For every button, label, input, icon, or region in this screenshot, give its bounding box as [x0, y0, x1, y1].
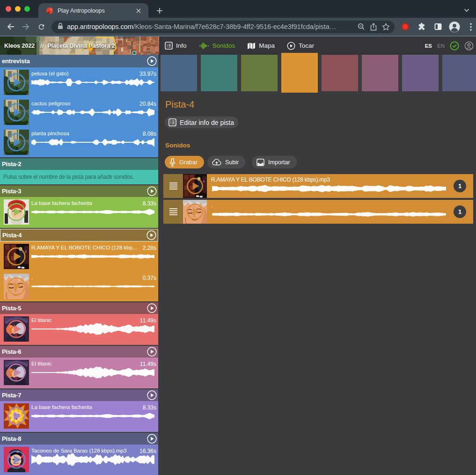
- track-header-entrevista[interactable]: entrevista: [0, 55, 158, 67]
- track-swatch-2[interactable]: [201, 55, 237, 91]
- zoom-out-icon[interactable]: [355, 21, 367, 33]
- track-play-icon[interactable]: [147, 347, 157, 357]
- sound-waveform[interactable]: [31, 136, 154, 149]
- sound-thumbnail[interactable]: [4, 316, 29, 342]
- sound-thumbnail[interactable]: [4, 100, 29, 125]
- sound-item[interactable]: .0.37s: [0, 271, 158, 301]
- sound-waveform[interactable]: [212, 182, 446, 195]
- track-play-icon[interactable]: [147, 186, 157, 196]
- sound-waveform[interactable]: [31, 366, 154, 379]
- nav-item-info[interactable]: Info: [165, 42, 187, 50]
- track-swatch-4[interactable]: [281, 53, 318, 93]
- sync-check-icon[interactable]: [450, 41, 459, 51]
- sound-thumbnail[interactable]: [4, 403, 29, 429]
- track-play-icon[interactable]: [147, 56, 157, 66]
- bookmark-star-icon[interactable]: [380, 21, 392, 33]
- tracks-sidebar: entrevistapelusa (el gato)33.97scactus p…: [0, 55, 158, 475]
- sound-item[interactable]: Taconeo de Sara Baras (128 kbps).mp316.3…: [0, 445, 158, 475]
- map-photo-banner[interactable]: Kleos 2022 // Placeta Divina Pastora 2: [0, 37, 159, 55]
- tab-search-chevron-icon[interactable]: [461, 5, 472, 16]
- zoom-window-button[interactable]: [24, 6, 30, 12]
- lock-icon[interactable]: [58, 22, 63, 31]
- browser-tab[interactable]: Play Antropoloops: [38, 3, 148, 18]
- new-tab-button[interactable]: [153, 4, 166, 17]
- minimize-window-button[interactable]: [15, 6, 21, 12]
- track-swatch-5[interactable]: [322, 55, 358, 91]
- track-play-icon[interactable]: [147, 390, 157, 400]
- track-swatch-7[interactable]: [402, 55, 439, 91]
- track-header-pista-8[interactable]: Pista-8: [0, 433, 158, 445]
- drag-handle-icon[interactable]: [163, 174, 183, 198]
- track-swatch-3[interactable]: [241, 55, 278, 91]
- sound-waveform[interactable]: [31, 106, 154, 119]
- sound-waveform[interactable]: [31, 409, 154, 423]
- address-bar[interactable]: app.antropoloops.com/Kleos-Santa-Marina/…: [51, 21, 395, 33]
- track-swatch-8[interactable]: [442, 55, 476, 91]
- sound-thumbnail[interactable]: [4, 447, 29, 472]
- sound-waveform[interactable]: [31, 76, 154, 89]
- share-icon[interactable]: [367, 21, 380, 33]
- sound-waveform[interactable]: [212, 208, 446, 221]
- sound-thumbnail[interactable]: [183, 200, 207, 224]
- upload-button[interactable]: Subir: [207, 156, 245, 168]
- sound-item[interactable]: La base fachera facherita8.33s: [0, 197, 158, 227]
- sound-item[interactable]: El titanic11.49s: [0, 314, 158, 344]
- import-button[interactable]: Importar: [252, 156, 297, 168]
- close-window-button[interactable]: [6, 6, 11, 12]
- track-play-icon[interactable]: [147, 434, 157, 444]
- sound-thumbnail[interactable]: [4, 244, 29, 269]
- sound-thumbnail[interactable]: [4, 360, 29, 385]
- nav-item-mapa[interactable]: Mapa: [247, 42, 275, 50]
- breadcrumb-project[interactable]: Kleos 2022: [4, 43, 35, 49]
- track-header-pista-5[interactable]: Pista-5: [0, 302, 158, 314]
- record-button[interactable]: Grabar: [165, 156, 204, 168]
- track-header-pista-6[interactable]: Pista-6: [0, 346, 158, 358]
- tab-close-icon[interactable]: [134, 7, 143, 15]
- sound-item[interactable]: R.AMAYA Y EL BOBOTE CHICO (128 kbps)....…: [0, 241, 158, 271]
- nav-item-tocar[interactable]: Tocar: [287, 42, 314, 50]
- account-icon[interactable]: [464, 41, 474, 51]
- nav-item-sonidos[interactable]: Sonidos: [199, 42, 235, 50]
- sound-item[interactable]: El titanic11.49s: [0, 358, 158, 387]
- side-panel-icon[interactable]: [432, 21, 444, 32]
- track-header-pista-4[interactable]: Pista-4: [0, 229, 158, 241]
- edit-track-info-button[interactable]: Editar info de pista: [165, 117, 238, 128]
- extensions-puzzle-icon[interactable]: [416, 21, 427, 32]
- sound-row[interactable]: R.AMAYA Y EL BOBOTE CHICO (128 kbps).mp3…: [163, 174, 473, 198]
- sound-row[interactable]: .1: [163, 200, 473, 224]
- sound-waveform[interactable]: [31, 205, 154, 219]
- track-header-pista-7[interactable]: Pista-7: [0, 389, 158, 401]
- forward-button[interactable]: [19, 20, 33, 34]
- sound-waveform[interactable]: [31, 322, 154, 336]
- track-play-icon[interactable]: [146, 230, 156, 240]
- sound-thumbnail[interactable]: [183, 174, 207, 198]
- sound-thumbnail[interactable]: [4, 199, 29, 225]
- track-swatch-6[interactable]: [362, 55, 398, 91]
- track-header-pista-2[interactable]: Pista-2: [0, 158, 158, 170]
- track-play-icon[interactable]: [147, 303, 157, 313]
- sound-waveform[interactable]: [31, 280, 154, 293]
- sound-waveform[interactable]: [31, 250, 154, 263]
- breadcrumb-title: Placeta Divina Pastora 2: [47, 43, 115, 49]
- recording-indicator-icon[interactable]: [400, 21, 411, 32]
- track-detail-panel: Pista-4 Editar info de pista Sonidos Gra…: [158, 55, 476, 475]
- lang-es-button[interactable]: ES: [425, 43, 432, 49]
- sound-item[interactable]: cactus peligroso20.84s: [0, 97, 158, 127]
- sound-thumbnail[interactable]: [4, 70, 29, 95]
- sound-row-body: R.AMAYA Y EL BOBOTE CHICO (128 kbps).mp3…: [207, 174, 473, 198]
- track-swatch-1[interactable]: [161, 55, 197, 91]
- sound-item[interactable]: La base fachera facherita8.33s: [0, 401, 158, 431]
- sound-item[interactable]: planta pinchosa8.08s: [0, 127, 158, 157]
- track-header-pista-3[interactable]: Pista-3: [0, 185, 158, 197]
- lang-en-button[interactable]: EN: [437, 43, 445, 49]
- sound-thumbnail[interactable]: [4, 130, 29, 155]
- drag-handle-icon[interactable]: [163, 200, 183, 224]
- sound-item[interactable]: pelusa (el gato)33.97s: [0, 67, 158, 97]
- reload-button[interactable]: [34, 20, 48, 34]
- back-button[interactable]: [4, 20, 18, 34]
- profile-avatar-icon[interactable]: [449, 21, 460, 32]
- sound-thumbnail[interactable]: [4, 274, 29, 299]
- sound-waveform[interactable]: [31, 453, 154, 466]
- browser-menu-kebab-icon[interactable]: [465, 21, 476, 32]
- browser-window: Play Antropoloops: [0, 0, 476, 475]
